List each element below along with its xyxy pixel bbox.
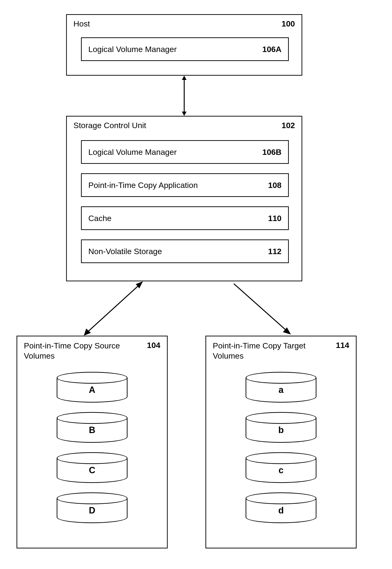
target-number: 114 (336, 341, 349, 350)
scu-nvs-number: 112 (268, 247, 281, 256)
svg-marker-7 (283, 327, 291, 334)
cylinder: c (246, 452, 316, 483)
target-cylinder-stack: a b c d (246, 372, 316, 523)
cylinder-label: B (57, 425, 127, 435)
scu-cache-box: Cache 110 (81, 206, 289, 230)
cylinder: a (246, 372, 316, 403)
scu-cache-label: Cache (88, 214, 112, 223)
host-number: 100 (281, 19, 295, 28)
cylinder: b (246, 412, 316, 443)
cylinder: A (57, 372, 127, 403)
svg-marker-1 (182, 76, 187, 80)
scu-title: Storage Control Unit (73, 121, 146, 130)
source-cylinder-stack: A B C D (57, 372, 127, 523)
scu-lvm-number: 106B (262, 148, 281, 157)
cylinder-label: c (246, 465, 316, 475)
svg-line-3 (87, 285, 139, 332)
connector-scu-target (231, 281, 293, 338)
host-title: Host (73, 19, 90, 28)
target-title: Point-in-Time Copy Target Volumes (213, 341, 315, 361)
cylinder-label: a (246, 385, 316, 395)
cylinder-label: C (57, 465, 127, 475)
scu-pit-number: 108 (268, 180, 281, 190)
cylinder-label: A (57, 385, 127, 395)
svg-marker-4 (136, 281, 143, 288)
scu-lvm-label: Logical Volume Manager (88, 148, 177, 157)
scu-nvs-label: Non-Volatile Storage (88, 247, 162, 256)
scu-number: 102 (281, 121, 295, 130)
scu-cache-number: 110 (268, 214, 281, 223)
host-lvm-box: Logical Volume Manager 106A (81, 37, 289, 61)
cylinder: B (57, 412, 127, 443)
svg-marker-2 (182, 112, 187, 116)
target-volumes-box: Point-in-Time Copy Target Volumes 114 a … (205, 336, 357, 548)
cylinder: D (57, 493, 127, 523)
svg-line-6 (234, 284, 287, 331)
source-header: Point-in-Time Copy Source Volumes 104 (17, 336, 167, 363)
cylinder: d (246, 493, 316, 523)
target-header: Point-in-Time Copy Target Volumes 114 (206, 336, 356, 363)
host-lvm-number: 106A (262, 45, 281, 54)
cylinder-label: b (246, 425, 316, 435)
source-number: 104 (147, 341, 160, 350)
host-lvm-label: Logical Volume Manager (88, 45, 177, 54)
cylinder: C (57, 452, 127, 483)
source-volumes-box: Point-in-Time Copy Source Volumes 104 A … (16, 336, 168, 548)
scu-box: Storage Control Unit 102 Logical Volume … (66, 116, 302, 281)
connector-scu-source (83, 281, 144, 338)
source-title: Point-in-Time Copy Source Volumes (24, 341, 126, 361)
scu-pit-label: Point-in-Time Copy Application (88, 180, 198, 190)
scu-nvs-box: Non-Volatile Storage 112 (81, 240, 289, 263)
svg-marker-5 (84, 329, 91, 336)
connector-host-scu (182, 76, 187, 116)
scu-lvm-box: Logical Volume Manager 106B (81, 140, 289, 164)
cylinder-label: d (246, 505, 316, 516)
host-header: Host 100 (67, 15, 302, 31)
host-box: Host 100 Logical Volume Manager 106A (66, 14, 302, 76)
cylinder-label: D (57, 505, 127, 516)
scu-pit-box: Point-in-Time Copy Application 108 (81, 173, 289, 197)
scu-header: Storage Control Unit 102 (67, 117, 302, 132)
